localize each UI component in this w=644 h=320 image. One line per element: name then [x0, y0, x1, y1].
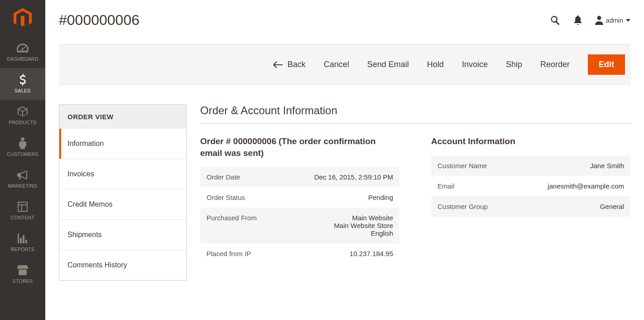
cancel-button[interactable]: Cancel	[324, 60, 349, 69]
nav-item-stores[interactable]: STORES	[0, 258, 45, 290]
section-title: Order & Account Information	[200, 104, 630, 124]
arrow-left-icon	[273, 61, 283, 68]
nav-item-products[interactable]: PRODUCTS	[0, 100, 45, 131]
bell-icon[interactable]	[573, 15, 582, 25]
field-label: Order Status	[200, 187, 296, 208]
dollar-icon	[19, 73, 26, 86]
nav-item-sales[interactable]: SALES	[0, 68, 45, 100]
user-menu[interactable]: admin	[595, 16, 630, 25]
gauge-icon	[17, 42, 29, 54]
hold-button[interactable]: Hold	[427, 60, 444, 69]
nav-item-customers[interactable]: CUSTOMERS	[0, 131, 45, 163]
box-icon	[17, 105, 28, 118]
order-subheading: Order # 000000006 (The order confirmatio…	[200, 136, 399, 159]
edit-button[interactable]: Edit	[588, 54, 625, 75]
order-view-panel-title: ORDER VIEW	[59, 105, 186, 129]
tab-invoices[interactable]: Invoices	[59, 159, 186, 189]
bars-icon	[18, 232, 28, 245]
action-bar: Back Cancel Send Email Hold Invoice Ship…	[59, 44, 630, 85]
nav-item-reports[interactable]: REPORTS	[0, 227, 45, 258]
nav-label: DASHBOARD	[7, 56, 38, 62]
nav-item-content[interactable]: CONTENT	[0, 195, 45, 227]
order-details: Order & Account Information Order # 0000…	[200, 104, 630, 281]
nav-item-dashboard[interactable]: DASHBOARD	[0, 36, 45, 68]
order-view-panel: ORDER VIEW Information Invoices Credit M…	[59, 104, 187, 281]
field-label: Purchased From	[200, 208, 296, 243]
table-row: Placed from IP10.237.184.95	[200, 243, 399, 264]
account-subheading: Account Information	[431, 136, 630, 147]
field-value[interactable]: Jane Smith	[527, 155, 630, 176]
ship-button[interactable]: Ship	[506, 60, 522, 69]
tab-information[interactable]: Information	[59, 129, 186, 159]
megaphone-icon	[17, 169, 28, 181]
table-row: Order DateDec 16, 2015, 2:59:10 PM	[200, 167, 399, 187]
field-label: Customer Group	[431, 196, 527, 217]
field-label: Customer Name	[431, 155, 527, 176]
table-row: Customer NameJane Smith	[431, 155, 630, 176]
table-row: Purchased FromMain WebsiteMain Website S…	[200, 208, 399, 243]
nav-label: SALES	[14, 88, 30, 93]
account-info-table: Customer NameJane SmithEmailjanesmith@ex…	[431, 155, 630, 217]
chevron-down-icon	[626, 19, 630, 22]
field-value: Dec 16, 2015, 2:59:10 PM	[296, 167, 399, 187]
field-value[interactable]: janesmith@example.com	[527, 176, 630, 196]
table-row: Emailjanesmith@example.com	[431, 176, 630, 196]
nav-label: MARKETING	[8, 183, 37, 189]
person-icon	[19, 137, 26, 150]
tab-shipments[interactable]: Shipments	[59, 219, 186, 250]
table-row: Customer GroupGeneral	[431, 196, 630, 217]
magento-logo	[0, 0, 45, 36]
back-label: Back	[288, 60, 306, 69]
nav-label: REPORTS	[11, 247, 35, 252]
tab-comments-history[interactable]: Comments History	[59, 250, 186, 280]
reorder-button[interactable]: Reorder	[540, 60, 570, 69]
invoice-button[interactable]: Invoice	[462, 60, 488, 69]
nav-label: STORES	[13, 278, 33, 284]
layout-icon	[18, 200, 28, 213]
page-title: #000000006	[59, 12, 550, 29]
order-info-table: Order DateDec 16, 2015, 2:59:10 PMOrder …	[200, 167, 399, 264]
send-email-button[interactable]: Send Email	[367, 60, 409, 69]
field-value: 10.237.184.95	[296, 243, 399, 264]
table-row: Order StatusPending	[200, 187, 399, 208]
nav-item-marketing[interactable]: MARKETING	[0, 163, 45, 195]
search-icon[interactable]	[550, 15, 561, 26]
storefront-icon	[17, 264, 28, 276]
nav-label: CUSTOMERS	[7, 151, 38, 157]
field-value: Main WebsiteMain Website StoreEnglish	[296, 208, 399, 243]
field-label: Placed from IP	[200, 243, 296, 264]
vertical-nav: DASHBOARD SALES PRODUCTS CUSTOMERS MARKE	[0, 0, 45, 320]
tab-credit-memos[interactable]: Credit Memos	[59, 189, 186, 219]
nav-label: CONTENT	[11, 215, 35, 220]
user-name: admin	[606, 17, 623, 24]
field-value: Pending	[296, 187, 399, 208]
magento-logo-icon	[14, 8, 32, 28]
field-label: Order Date	[200, 167, 296, 187]
nav-label: PRODUCTS	[9, 120, 36, 125]
field-label: Email	[431, 176, 527, 196]
topbar: #000000006 admin	[59, 0, 630, 44]
back-button[interactable]: Back	[273, 60, 306, 69]
field-value: General	[527, 196, 630, 217]
user-avatar-icon	[595, 16, 603, 25]
